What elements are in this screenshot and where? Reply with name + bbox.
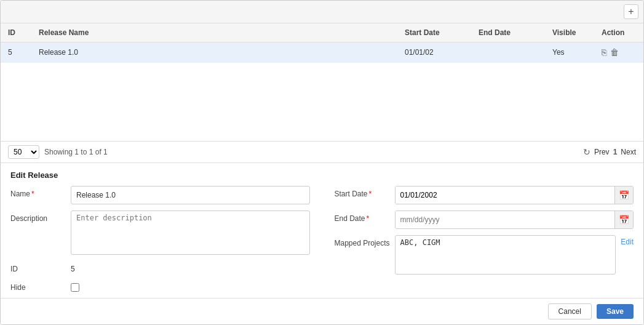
next-page-button[interactable]: Next [621, 148, 636, 156]
add-release-button[interactable]: + [624, 4, 638, 19]
releases-table: ID Release Name Start Date End Date Visi… [1, 23, 643, 63]
form-footer: Cancel Save [1, 298, 643, 324]
top-bar: + [1, 1, 643, 23]
name-row: Name [10, 186, 310, 204]
col-release-name: Release Name [31, 23, 397, 42]
name-input[interactable] [71, 186, 310, 204]
current-page: 1 [613, 148, 618, 156]
edit-release-form: Edit Release Name Description ID 5 [1, 162, 643, 298]
hide-checkbox[interactable] [71, 283, 79, 292]
cell-id: 5 [1, 42, 31, 63]
mapped-projects-input[interactable]: ABC, CIGM [395, 235, 616, 275]
delete-icon[interactable]: 🗑 [610, 47, 619, 57]
save-button[interactable]: Save [597, 304, 634, 319]
cell-start-date: 01/01/02 [397, 42, 471, 63]
col-visible: Visible [545, 23, 594, 42]
cell-end-date [471, 42, 545, 63]
start-date-row: Start Date 📅 [335, 186, 634, 204]
table-area: ID Release Name Start Date End Date Visi… [1, 23, 643, 141]
col-end-date: End Date [471, 23, 545, 42]
pagination-left: 50 25 100 Showing 1 to 1 of 1 [8, 145, 108, 159]
end-date-input[interactable] [396, 211, 615, 228]
form-left: Name Description ID 5 Hide [10, 186, 310, 292]
end-date-wrap: 📅 [395, 211, 634, 229]
hide-label: Hide [10, 279, 66, 292]
cell-visible: Yes [545, 42, 594, 63]
form-right: Start Date 📅 End Date 📅 Mapped [335, 186, 634, 292]
end-date-calendar-button[interactable]: 📅 [614, 211, 633, 229]
id-row: ID 5 [10, 261, 310, 273]
pagination-right: ↻ Prev 1 Next [583, 147, 636, 157]
col-action: Action [594, 23, 643, 42]
cell-release-name: Release 1.0 [31, 42, 397, 63]
id-value: 5 [71, 261, 75, 273]
description-row: Description [10, 211, 310, 255]
id-label: ID [10, 261, 66, 273]
table-row[interactable]: 5 Release 1.0 01/01/02 Yes ⎘ 🗑 [1, 42, 643, 63]
mapped-projects-edit-link[interactable]: Edit [621, 235, 634, 246]
per-page-select[interactable]: 50 25 100 [8, 145, 39, 159]
start-date-label: Start Date [335, 186, 390, 198]
end-date-row: End Date 📅 [335, 211, 634, 229]
start-date-calendar-button[interactable]: 📅 [614, 186, 633, 204]
main-container: + ID Release Name Start Date End Date Vi… [0, 0, 644, 325]
cancel-button[interactable]: Cancel [548, 303, 592, 319]
mapped-projects-label: Mapped Projects [335, 235, 390, 247]
prev-page-button[interactable]: Prev [594, 148, 610, 156]
start-date-wrap: 📅 [395, 186, 634, 204]
hide-row: Hide [10, 279, 310, 292]
end-date-label: End Date [335, 211, 390, 223]
form-body: Name Description ID 5 Hide [10, 186, 634, 292]
showing-text: Showing 1 to 1 of 1 [44, 148, 108, 156]
name-label: Name [10, 186, 66, 198]
refresh-icon[interactable]: ↻ [583, 147, 590, 157]
description-label: Description [10, 211, 66, 223]
start-date-input[interactable] [396, 187, 615, 204]
col-id: ID [1, 23, 31, 42]
cell-action: ⎘ 🗑 [594, 42, 643, 63]
copy-icon[interactable]: ⎘ [602, 47, 606, 57]
description-input[interactable] [71, 211, 310, 255]
mapped-projects-row: Mapped Projects ABC, CIGM Edit [335, 235, 634, 275]
mapped-projects-wrap: ABC, CIGM Edit [395, 235, 634, 275]
edit-form-title: Edit Release [10, 171, 634, 180]
col-start-date: Start Date [397, 23, 471, 42]
pagination-bar: 50 25 100 Showing 1 to 1 of 1 ↻ Prev 1 N… [1, 141, 643, 162]
table-header-row: ID Release Name Start Date End Date Visi… [1, 23, 643, 42]
